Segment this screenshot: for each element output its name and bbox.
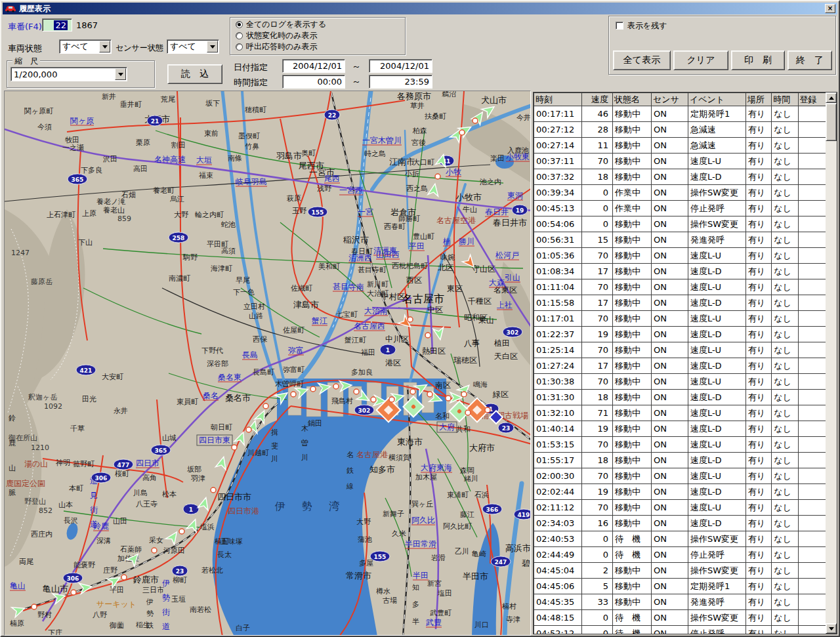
scale-select[interactable]: 1/200,000 — [10, 67, 127, 81]
time-from-field[interactable]: 00:00 — [282, 75, 345, 89]
log-filter-option-0[interactable]: 全てのログを表示する — [230, 19, 405, 30]
scrollbar-thumb[interactable] — [826, 103, 837, 141]
map-label-town: 下庄 — [48, 628, 62, 636]
table-row[interactable]: 02:40:530待 機ON操作SW変更有りなし — [534, 531, 826, 547]
map-label-town: 関ヶ原町 — [24, 107, 53, 115]
table-row[interactable]: 01:53:1570移動中ON速度L-U有りなし — [534, 437, 826, 453]
radio-icon[interactable] — [236, 43, 243, 51]
map-label-town: 上石津町 — [47, 211, 75, 219]
map-label-town: 能褒野 — [74, 561, 95, 569]
table-row[interactable]: 04:45:3533移動中ON発進発呼有りなし — [534, 594, 826, 610]
table-cell: なし — [772, 295, 798, 311]
table-row[interactable]: 02:11:1270移動中ON速度L-U有りなし — [534, 500, 826, 516]
show-all-button[interactable]: 全て表示 — [613, 51, 671, 70]
column-header[interactable]: 登録 — [798, 93, 826, 106]
table-header-row[interactable]: 時刻速度状態名センサイベント場所時間登録 — [534, 93, 826, 106]
chevron-down-icon[interactable] — [207, 41, 218, 52]
date-to-field[interactable]: 2004/12/01 — [369, 59, 432, 73]
map-label-town: 白子 — [236, 624, 250, 632]
table-row[interactable]: 01:08:3417移動中ON速度L-D有りなし — [534, 264, 826, 279]
table-row[interactable]: 01:25:1470移動中ON速度L-U有りなし — [534, 342, 826, 358]
table-row[interactable]: 00:54:060移動中ON操作SW変更有りなし — [534, 216, 826, 232]
table-scrollbar[interactable] — [826, 92, 837, 634]
table-row[interactable]: 00:27:1411移動中ON急減速有りなし — [534, 138, 826, 154]
table-row[interactable]: 00:37:1170移動中ON速度L-U有りなし — [534, 154, 826, 169]
column-header[interactable]: 場所 — [746, 93, 771, 106]
print-button[interactable]: 印 刷 — [731, 51, 785, 70]
vehicle-state-select[interactable]: すべて — [59, 39, 112, 54]
map-canvas[interactable]: 大垣市各務原市犬山市羽島市尾西市一宮市江南市小牧市岩倉市春日井市稲沢市津島市東海… — [5, 91, 531, 636]
column-header[interactable]: 状態名 — [613, 93, 652, 106]
table-cell: 移動中 — [613, 516, 652, 531]
table-cell: 02:34:03 — [534, 516, 582, 531]
load-button[interactable]: 読 込 — [167, 64, 222, 84]
table-row[interactable]: 02:00:3070移動中ON速度L-U有りなし — [534, 468, 826, 484]
table-cell: 70 — [582, 342, 613, 358]
table-row[interactable]: 01:31:3018移動中ON速度L-D有りなし — [534, 390, 826, 405]
map-label-city: 四日市市 — [217, 492, 251, 502]
table-cell: 移動中 — [613, 138, 652, 154]
table-cell: 操作SW変更 — [688, 531, 746, 547]
table-row[interactable]: 01:32:1071移動中ON速度L-U有りなし — [534, 405, 826, 421]
time-to-field[interactable]: 23:59 — [369, 75, 432, 89]
table-row[interactable]: 00:45:130作業中ON停止発呼有りなし — [534, 201, 826, 216]
exit-button[interactable]: 終 了 — [788, 51, 832, 70]
column-header[interactable]: 時刻 — [534, 93, 582, 106]
close-icon[interactable]: × — [825, 4, 835, 13]
table-row[interactable]: 01:40:1419移動中ON速度L-D有りなし — [534, 421, 826, 437]
table-cell: 待 機 — [613, 610, 652, 626]
table-row[interactable]: 02:44:490待 機ON停止発呼有りなし — [534, 547, 826, 563]
table-row[interactable]: 04:48:150待 機ON操作SW変更有りなし — [534, 610, 826, 626]
table-cell: 01:53:15 — [534, 437, 582, 453]
keep-display-option[interactable]: 表示を残す — [616, 20, 667, 31]
table-cell: 0 — [582, 201, 613, 216]
column-header[interactable]: イベント — [688, 93, 746, 106]
table-row[interactable]: 01:55:1718移動中ON速度L-D有りなし — [534, 453, 826, 468]
table-cell: 移動中 — [613, 390, 652, 405]
table-row[interactable]: 01:27:2417移動中ON速度L-D有りなし — [534, 358, 826, 374]
map-label-city: 碧南市 — [522, 558, 531, 568]
table-row[interactable]: 00:17:1146移動中ON定期発呼1有りなし — [534, 106, 826, 122]
table-row[interactable]: 04:52:120待 機ON停止発呼有りなし — [534, 626, 826, 635]
vehicle-code-field[interactable]: 22 — [42, 18, 72, 31]
table-row[interactable]: 01:30:3870移動中ON速度L-U有りなし — [534, 374, 826, 390]
table-cell — [798, 122, 826, 138]
chevron-down-icon[interactable] — [99, 41, 110, 52]
chevron-down-icon[interactable] — [115, 68, 126, 80]
table-row[interactable]: 00:27:1228移動中ON急減速有りなし — [534, 122, 826, 138]
table-row[interactable]: 01:22:3719移動中ON速度L-D有りなし — [534, 327, 826, 342]
log-filter-option-2[interactable]: 呼出応答時のみ表示 — [230, 41, 405, 52]
log-filter-option-1[interactable]: 状態変化時のみ表示 — [230, 30, 405, 41]
clear-button[interactable]: クリア — [673, 51, 728, 70]
radio-icon[interactable] — [236, 32, 243, 39]
table-row[interactable]: 00:39:340作業中ON操作SW変更有りなし — [534, 185, 826, 201]
keep-display-checkbox[interactable] — [616, 22, 623, 30]
table-row[interactable]: 00:37:3218移動中ON速度L-D有りなし — [534, 169, 826, 185]
column-header[interactable]: 時間 — [772, 93, 798, 106]
table-cell: 有り — [746, 516, 771, 531]
table-row[interactable]: 00:56:3115移動中ON発進発呼有りなし — [534, 232, 826, 248]
date-from-field[interactable]: 2004/12/01 — [282, 59, 345, 73]
table-row[interactable]: 01:15:5817移動中ON速度L-D有りなし — [534, 295, 826, 311]
table-row[interactable]: 02:34:0316移動中ON速度L-D有りなし — [534, 516, 826, 531]
table-row[interactable]: 01:17:0170移動中ON速度L-U有りなし — [534, 311, 826, 327]
scroll-up-icon[interactable] — [826, 92, 837, 103]
table-cell: 待 機 — [613, 547, 652, 563]
map-panel[interactable]: 大垣市各務原市犬山市羽島市尾西市一宮市江南市小牧市岩倉市春日井市稲沢市津島市東海… — [4, 91, 531, 636]
scroll-down-icon[interactable] — [826, 623, 837, 634]
map-label-vertical: 揖斐川 — [271, 428, 278, 463]
map-label-town: 七宝町 — [335, 310, 358, 319]
sensor-state-select[interactable]: すべて — [167, 39, 219, 54]
map-label-town: 御薗 — [109, 621, 124, 630]
column-header[interactable]: センサ — [652, 93, 688, 106]
track-point-icon — [485, 407, 490, 413]
table-row[interactable]: 02:02:4419移動中ON速度L-D有りなし — [534, 484, 826, 500]
table-cell: 有り — [746, 500, 771, 516]
column-header[interactable]: 速度 — [582, 93, 613, 106]
table-row[interactable]: 04:45:065移動中ON定期発呼1有りなし — [534, 579, 826, 594]
table-row[interactable]: 01:05:3670移動中ON速度L-U有りなし — [534, 248, 826, 264]
table-row[interactable]: 01:11:0470移動中ON速度L-U有りなし — [534, 279, 826, 295]
table-row[interactable]: 04:45:042移動中ON操作SW変更有りなし — [534, 563, 826, 579]
radio-icon[interactable] — [236, 21, 243, 28]
log-table[interactable]: 時刻速度状態名センサイベント場所時間登録 00:17:1146移動中ON定期発呼… — [534, 92, 826, 634]
